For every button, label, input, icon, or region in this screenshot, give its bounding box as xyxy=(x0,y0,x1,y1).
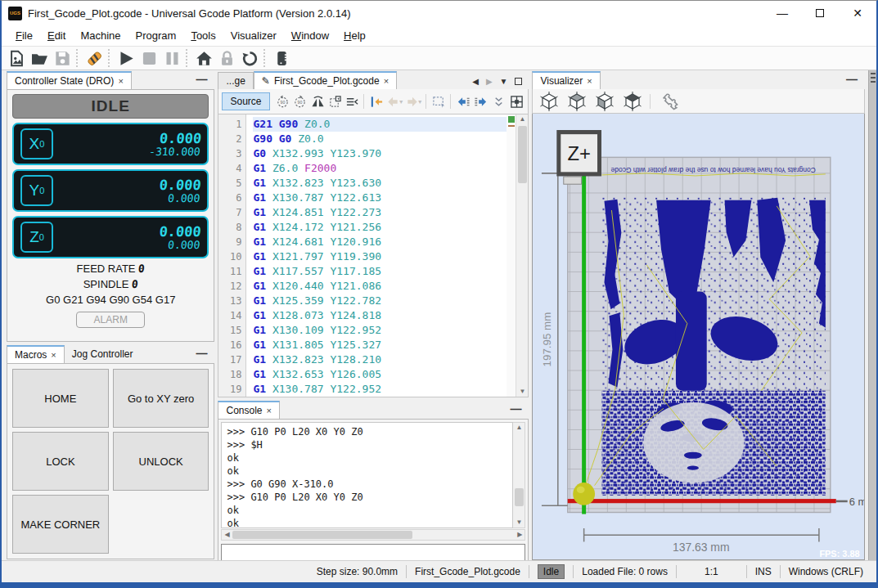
source-view-button[interactable]: Source xyxy=(222,92,269,110)
menu-machine[interactable]: Machine xyxy=(73,27,128,44)
axis-label: Y0 xyxy=(20,175,53,206)
maximize-button[interactable] xyxy=(801,1,839,25)
scroll-up-icon[interactable]: ▲ xyxy=(520,114,526,124)
editor-scrollbar[interactable]: ▲ ▼ xyxy=(516,114,528,397)
folder-open-icon[interactable] xyxy=(28,47,51,69)
document-icon[interactable] xyxy=(5,47,28,69)
minimize-button[interactable]: — xyxy=(763,1,801,25)
mirror-horizontal-icon[interactable] xyxy=(309,92,326,110)
close-button[interactable]: ✕ xyxy=(839,1,876,25)
pendant-icon[interactable] xyxy=(270,47,293,69)
scroll-thumb[interactable] xyxy=(518,126,527,183)
scroll-left-icon[interactable]: ◀ xyxy=(224,530,229,540)
code-line-3: G0 X132.993 Y123.970 xyxy=(253,146,507,161)
scroll-right-icon[interactable]: ▶ xyxy=(517,530,522,540)
rect-select-icon[interactable] xyxy=(430,92,447,110)
code-line-4: G1 Z6.0 F2000 xyxy=(253,161,507,176)
dro-axis-x[interactable]: X00.000-310.000 xyxy=(12,123,209,165)
right-dock-strip[interactable] xyxy=(868,70,876,560)
console-output[interactable]: >>> G10 P0 L20 X0 Y0 Z0>>> $Hokok>>> G0 … xyxy=(221,422,513,528)
tab-scroll-right-icon[interactable]: ▶ xyxy=(486,77,493,86)
shift-left-icon[interactable] xyxy=(455,92,471,110)
cube-top-shaded-icon[interactable] xyxy=(565,91,589,112)
scroll-thumb[interactable] xyxy=(232,531,412,539)
lock-icon xyxy=(215,47,238,69)
scroll-down-icon[interactable]: ▼ xyxy=(516,518,523,527)
scroll-thumb[interactable] xyxy=(515,488,524,506)
alarm-button[interactable]: ALARM xyxy=(76,312,145,328)
rotate-90-ccw-icon[interactable]: 90 xyxy=(275,92,291,110)
close-icon[interactable]: × xyxy=(118,76,123,86)
code-editor[interactable]: 12345678910111213141516171819 G21 G90 Z0… xyxy=(218,114,529,397)
status-state-badge: Idle xyxy=(538,564,565,579)
tab-controller-state[interactable]: Controller State (DRO) × xyxy=(7,71,132,89)
tab-console[interactable]: Console × xyxy=(218,401,279,419)
tab-list-dropdown-icon[interactable]: ▼ xyxy=(500,77,508,86)
home-icon[interactable] xyxy=(192,47,215,69)
menu-edit[interactable]: Edit xyxy=(40,27,73,44)
members-grid-icon[interactable] xyxy=(508,92,525,110)
menu-window[interactable]: Window xyxy=(284,27,336,44)
panel-minimize-button[interactable]: — xyxy=(188,347,214,363)
macro-button-home[interactable]: HOME xyxy=(12,369,109,428)
last-edit-location-icon[interactable] xyxy=(369,92,385,110)
feed-rate-line: FEED RATE 0 xyxy=(12,263,209,275)
maximize-panel-icon[interactable] xyxy=(515,78,522,85)
tab-truncated-file[interactable]: ...ge xyxy=(218,72,253,89)
close-icon[interactable]: × xyxy=(51,350,56,360)
console-command-input[interactable] xyxy=(221,544,525,560)
visualizer-canvas[interactable]: Congrats You have learned how to use the… xyxy=(532,114,865,560)
collapse-lines-icon[interactable] xyxy=(344,92,361,110)
scroll-down-icon[interactable]: ▼ xyxy=(520,387,526,397)
gcode-state-line: G0 G21 G94 G90 G54 G17 xyxy=(12,294,209,306)
macro-button-lock[interactable]: LOCK xyxy=(12,432,109,491)
scroll-up-icon[interactable]: ▲ xyxy=(516,423,523,433)
spindle-line: SPINDLE 0 xyxy=(12,278,209,290)
code-line-10: G1 X121.797 Y119.390 xyxy=(253,249,507,264)
dro-axis-y[interactable]: Y00.0000.000 xyxy=(12,169,209,212)
macro-button-make-corner[interactable]: MAKE CORNER xyxy=(12,495,109,554)
cube-front-shaded-icon[interactable] xyxy=(592,91,617,112)
menu-visualizer[interactable]: Visualizer xyxy=(223,27,284,44)
console-vscrollbar[interactable]: ▲ ▼ xyxy=(513,422,525,528)
svg-text:90: 90 xyxy=(298,100,303,105)
console-line: >>> G10 P0 L20 X0 Y0 Z0 xyxy=(227,425,507,438)
panel-minimize-button[interactable]: — xyxy=(188,73,214,89)
undo-icon[interactable] xyxy=(238,47,261,69)
menu-program[interactable]: Program xyxy=(128,27,184,44)
menu-tools[interactable]: Tools xyxy=(183,27,223,44)
connector-icon[interactable] xyxy=(83,47,106,69)
rotate-90-cw-icon[interactable]: 90 xyxy=(292,92,308,110)
line-number: 1 xyxy=(218,117,241,132)
line-number: 14 xyxy=(218,308,241,323)
tab-scroll-left-icon[interactable]: ◀ xyxy=(472,77,479,86)
dro-axis-z[interactable]: Z00.0000.000 xyxy=(12,216,209,258)
line-number: 17 xyxy=(218,352,241,367)
cube-dark-top-icon[interactable] xyxy=(620,91,645,112)
plugin-icon[interactable] xyxy=(658,91,682,112)
play-icon[interactable] xyxy=(115,47,137,69)
tab-visualizer[interactable]: Visualizer × xyxy=(532,71,600,89)
line-number: 13 xyxy=(218,294,241,308)
menu-file[interactable]: File xyxy=(8,27,40,44)
tab-gcode-file[interactable]: ✎ First_Gcode_Plot.gcode × xyxy=(254,71,397,89)
menu-help[interactable]: Help xyxy=(336,27,373,44)
cube-iso-icon[interactable] xyxy=(537,91,561,112)
line-number: 12 xyxy=(218,279,241,294)
code-line-13: G1 X125.359 Y122.782 xyxy=(253,294,507,308)
panel-minimize-button[interactable]: — xyxy=(502,402,529,419)
panel-minimize-button[interactable]: — xyxy=(839,73,865,89)
line-number: 8 xyxy=(218,220,241,235)
rotate-selection-icon[interactable] xyxy=(326,92,343,110)
close-icon[interactable]: × xyxy=(587,76,592,86)
tab-macros[interactable]: Macros × xyxy=(7,345,65,363)
dro-panel: Controller State (DRO) × — IDLE X00.000-… xyxy=(7,70,214,342)
close-icon[interactable]: × xyxy=(384,76,389,86)
fold-chevrons-icon[interactable] xyxy=(490,92,507,110)
console-hscrollbar[interactable]: ◀ ▶ xyxy=(221,529,525,541)
macro-button-go-to-xy-zero[interactable]: Go to XY zero xyxy=(113,369,209,428)
close-icon[interactable]: × xyxy=(267,406,272,415)
shift-right-icon[interactable] xyxy=(473,92,489,110)
tab-jog-controller[interactable]: Jog Controller xyxy=(65,346,141,363)
macro-button-unlock[interactable]: UNLOCK xyxy=(113,432,209,491)
